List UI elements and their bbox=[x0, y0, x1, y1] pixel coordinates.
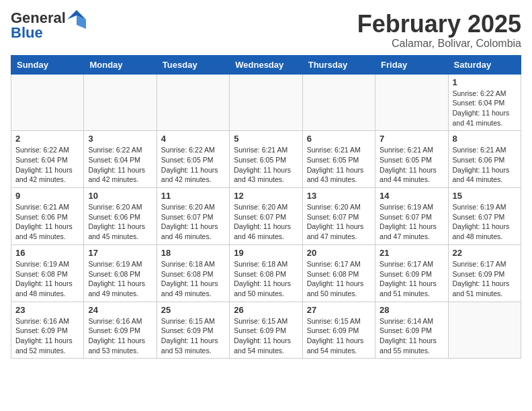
day-number: 16 bbox=[15, 248, 79, 258]
calendar-cell: 2Sunrise: 6:22 AMSunset: 6:04 PMDaylight… bbox=[11, 131, 84, 188]
day-info: Sunrise: 6:16 AMSunset: 6:09 PMDaylight:… bbox=[15, 316, 79, 356]
calendar-cell: 26Sunrise: 6:15 AMSunset: 6:09 PMDayligh… bbox=[230, 302, 302, 359]
logo: General Blue bbox=[11, 11, 86, 40]
calendar-cell: 13Sunrise: 6:20 AMSunset: 6:07 PMDayligh… bbox=[302, 188, 375, 245]
calendar-cell: 22Sunrise: 6:17 AMSunset: 6:09 PMDayligh… bbox=[448, 244, 521, 302]
day-info: Sunrise: 6:17 AMSunset: 6:09 PMDaylight:… bbox=[453, 259, 517, 299]
calendar-cell bbox=[84, 74, 157, 131]
day-number: 25 bbox=[161, 305, 225, 315]
day-number: 26 bbox=[234, 305, 298, 315]
day-info: Sunrise: 6:20 AMSunset: 6:07 PMDaylight:… bbox=[161, 202, 225, 242]
location-title: Calamar, Bolivar, Colombia bbox=[357, 38, 521, 50]
day-number: 8 bbox=[453, 134, 517, 144]
day-info: Sunrise: 6:21 AMSunset: 6:05 PMDaylight:… bbox=[380, 145, 443, 185]
weekday-header-tuesday: Tuesday bbox=[157, 55, 229, 74]
calendar-cell: 1Sunrise: 6:22 AMSunset: 6:04 PMDaylight… bbox=[448, 74, 521, 131]
logo-icon bbox=[67, 10, 86, 29]
day-number: 3 bbox=[88, 134, 152, 144]
calendar-cell: 12Sunrise: 6:20 AMSunset: 6:07 PMDayligh… bbox=[230, 188, 302, 245]
calendar-cell: 9Sunrise: 6:21 AMSunset: 6:06 PMDaylight… bbox=[11, 188, 84, 245]
logo-blue: Blue bbox=[11, 24, 43, 41]
calendar-cell: 15Sunrise: 6:19 AMSunset: 6:07 PMDayligh… bbox=[448, 188, 521, 245]
day-info: Sunrise: 6:15 AMSunset: 6:09 PMDaylight:… bbox=[161, 316, 225, 356]
day-number: 24 bbox=[88, 305, 152, 315]
day-info: Sunrise: 6:14 AMSunset: 6:09 PMDaylight:… bbox=[380, 316, 443, 356]
day-number: 1 bbox=[453, 77, 517, 87]
calendar-cell bbox=[11, 74, 84, 131]
weekday-header-friday: Friday bbox=[375, 55, 448, 74]
day-info: Sunrise: 6:19 AMSunset: 6:07 PMDaylight:… bbox=[453, 202, 517, 242]
day-info: Sunrise: 6:15 AMSunset: 6:09 PMDaylight:… bbox=[307, 316, 371, 356]
calendar-cell: 17Sunrise: 6:19 AMSunset: 6:08 PMDayligh… bbox=[84, 244, 157, 302]
weekday-header-wednesday: Wednesday bbox=[230, 55, 302, 74]
calendar-cell: 28Sunrise: 6:14 AMSunset: 6:09 PMDayligh… bbox=[375, 302, 448, 359]
day-number: 14 bbox=[380, 191, 443, 201]
calendar-cell: 7Sunrise: 6:21 AMSunset: 6:05 PMDaylight… bbox=[375, 131, 448, 188]
day-info: Sunrise: 6:18 AMSunset: 6:08 PMDaylight:… bbox=[161, 259, 225, 299]
calendar-cell bbox=[375, 74, 448, 131]
day-info: Sunrise: 6:20 AMSunset: 6:07 PMDaylight:… bbox=[307, 202, 371, 242]
day-info: Sunrise: 6:22 AMSunset: 6:04 PMDaylight:… bbox=[15, 145, 79, 185]
calendar-cell: 21Sunrise: 6:17 AMSunset: 6:09 PMDayligh… bbox=[375, 244, 448, 302]
day-number: 19 bbox=[234, 248, 298, 258]
calendar-cell: 25Sunrise: 6:15 AMSunset: 6:09 PMDayligh… bbox=[157, 302, 229, 359]
weekday-header-saturday: Saturday bbox=[448, 55, 521, 74]
svg-marker-1 bbox=[77, 15, 86, 29]
day-number: 12 bbox=[234, 191, 298, 201]
day-info: Sunrise: 6:21 AMSunset: 6:06 PMDaylight:… bbox=[15, 202, 79, 242]
calendar-cell: 16Sunrise: 6:19 AMSunset: 6:08 PMDayligh… bbox=[11, 244, 84, 302]
calendar-cell: 27Sunrise: 6:15 AMSunset: 6:09 PMDayligh… bbox=[302, 302, 375, 359]
calendar-cell bbox=[448, 302, 521, 359]
day-number: 28 bbox=[380, 305, 443, 315]
calendar-cell: 5Sunrise: 6:21 AMSunset: 6:05 PMDaylight… bbox=[230, 131, 302, 188]
day-number: 7 bbox=[380, 134, 443, 144]
calendar: SundayMondayTuesdayWednesdayThursdayFrid… bbox=[11, 55, 521, 359]
header: General Blue February 2025 Calamar, Boli… bbox=[11, 11, 521, 50]
day-info: Sunrise: 6:19 AMSunset: 6:08 PMDaylight:… bbox=[88, 259, 152, 299]
day-info: Sunrise: 6:22 AMSunset: 6:04 PMDaylight:… bbox=[453, 89, 517, 128]
calendar-cell: 8Sunrise: 6:21 AMSunset: 6:06 PMDaylight… bbox=[448, 131, 521, 188]
day-number: 17 bbox=[88, 248, 152, 258]
calendar-cell bbox=[157, 74, 229, 131]
day-info: Sunrise: 6:21 AMSunset: 6:05 PMDaylight:… bbox=[234, 145, 298, 185]
day-number: 13 bbox=[307, 191, 371, 201]
day-info: Sunrise: 6:15 AMSunset: 6:09 PMDaylight:… bbox=[234, 316, 298, 356]
calendar-cell bbox=[230, 74, 302, 131]
calendar-cell: 3Sunrise: 6:22 AMSunset: 6:04 PMDaylight… bbox=[84, 131, 157, 188]
day-number: 11 bbox=[161, 191, 225, 201]
day-number: 4 bbox=[161, 134, 225, 144]
calendar-cell: 18Sunrise: 6:18 AMSunset: 6:08 PMDayligh… bbox=[157, 244, 229, 302]
calendar-cell: 4Sunrise: 6:22 AMSunset: 6:05 PMDaylight… bbox=[157, 131, 229, 188]
weekday-header-thursday: Thursday bbox=[302, 55, 375, 74]
day-number: 15 bbox=[453, 191, 517, 201]
weekday-header-monday: Monday bbox=[84, 55, 157, 74]
day-number: 2 bbox=[15, 134, 79, 144]
day-info: Sunrise: 6:21 AMSunset: 6:05 PMDaylight:… bbox=[307, 145, 371, 185]
day-number: 21 bbox=[380, 248, 443, 258]
calendar-cell bbox=[302, 74, 375, 131]
day-number: 23 bbox=[15, 305, 79, 315]
day-number: 9 bbox=[15, 191, 79, 201]
day-number: 5 bbox=[234, 134, 298, 144]
day-number: 20 bbox=[307, 248, 371, 258]
calendar-cell: 19Sunrise: 6:18 AMSunset: 6:08 PMDayligh… bbox=[230, 244, 302, 302]
day-info: Sunrise: 6:19 AMSunset: 6:08 PMDaylight:… bbox=[15, 259, 79, 299]
day-info: Sunrise: 6:20 AMSunset: 6:06 PMDaylight:… bbox=[88, 202, 152, 242]
day-number: 27 bbox=[307, 305, 371, 315]
day-info: Sunrise: 6:16 AMSunset: 6:09 PMDaylight:… bbox=[88, 316, 152, 356]
calendar-cell: 6Sunrise: 6:21 AMSunset: 6:05 PMDaylight… bbox=[302, 131, 375, 188]
title-area: February 2025 Calamar, Bolivar, Colombia bbox=[357, 11, 521, 50]
day-number: 18 bbox=[161, 248, 225, 258]
day-number: 22 bbox=[453, 248, 517, 258]
day-info: Sunrise: 6:21 AMSunset: 6:06 PMDaylight:… bbox=[453, 145, 517, 185]
day-number: 10 bbox=[88, 191, 152, 201]
calendar-cell: 24Sunrise: 6:16 AMSunset: 6:09 PMDayligh… bbox=[84, 302, 157, 359]
day-info: Sunrise: 6:18 AMSunset: 6:08 PMDaylight:… bbox=[234, 259, 298, 299]
day-info: Sunrise: 6:17 AMSunset: 6:09 PMDaylight:… bbox=[380, 259, 443, 299]
day-number: 6 bbox=[307, 134, 371, 144]
day-info: Sunrise: 6:22 AMSunset: 6:05 PMDaylight:… bbox=[161, 145, 225, 185]
calendar-cell: 23Sunrise: 6:16 AMSunset: 6:09 PMDayligh… bbox=[11, 302, 84, 359]
calendar-cell: 11Sunrise: 6:20 AMSunset: 6:07 PMDayligh… bbox=[157, 188, 229, 245]
weekday-header-sunday: Sunday bbox=[11, 55, 84, 74]
month-title: February 2025 bbox=[357, 11, 521, 38]
